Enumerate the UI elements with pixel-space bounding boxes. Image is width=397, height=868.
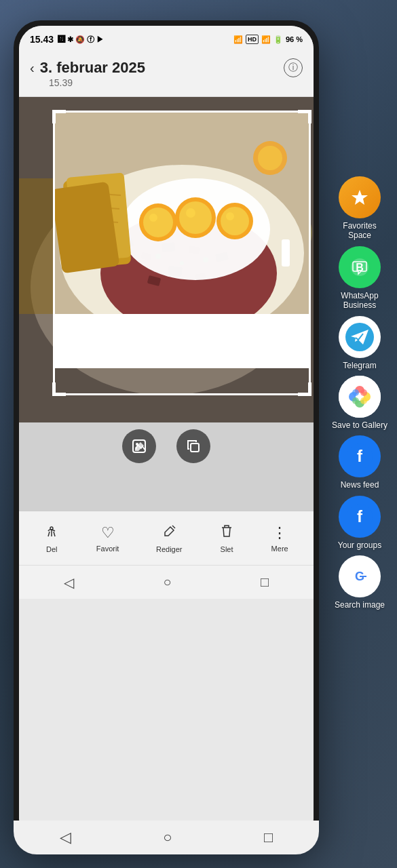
del-label: Del xyxy=(46,545,58,553)
info-button[interactable]: ⓘ xyxy=(284,58,303,77)
copy-button[interactable] xyxy=(176,429,210,463)
app-telegram[interactable]: Telegram xyxy=(339,316,381,370)
svg-text:f: f xyxy=(357,507,363,526)
svg-point-20 xyxy=(143,208,173,237)
news-feed-icon: f xyxy=(339,435,381,477)
selection-bottom-white xyxy=(53,314,311,368)
signal-icon: 📶 xyxy=(261,35,271,44)
app-whatsapp-business[interactable]: B WhatsApp Business xyxy=(331,246,389,311)
rediger-icon xyxy=(162,524,176,542)
toolbar-favorit[interactable]: ♡ Favorit xyxy=(96,524,119,553)
resize-handle-right[interactable] xyxy=(282,239,290,267)
header-time: 15.39 xyxy=(30,77,303,88)
favorit-label: Favorit xyxy=(96,545,119,553)
status-bar: 15.43 🅽 ✱ 🔕 ⓕ ▶ 📶 HD 📶 🔋 96 % xyxy=(19,26,314,53)
search-image-icon: G xyxy=(339,555,381,597)
app-save-gallery[interactable]: Save to Gallery xyxy=(332,376,387,430)
save-gallery-icon xyxy=(339,376,381,418)
battery-icon: 🔋 xyxy=(273,35,283,44)
telegram-label: Telegram xyxy=(343,361,376,370)
news-feed-label: News feed xyxy=(341,480,379,490)
nav-home-inner[interactable]: ○ xyxy=(163,574,171,590)
svg-point-35 xyxy=(258,146,282,170)
app-your-groups[interactable]: f Your groups xyxy=(338,496,381,550)
battery-percent: 96 % xyxy=(286,35,303,43)
inner-nav-bar: ◁ ○ □ xyxy=(19,565,314,599)
search-image-label: Search image xyxy=(335,600,385,610)
wifi-icon: 📶 xyxy=(233,35,243,44)
header: ‹ 3. februar 2025 ⓘ 15.39 xyxy=(19,53,314,97)
svg-point-24 xyxy=(186,208,195,218)
bottom-toolbar: Del ♡ Favorit Rediger xyxy=(19,511,314,565)
app-search-image[interactable]: G Search image xyxy=(335,555,385,610)
svg-point-54 xyxy=(360,397,367,404)
slet-icon xyxy=(219,524,234,542)
toolbar-slet[interactable]: Slet xyxy=(219,524,234,553)
svg-point-56 xyxy=(352,389,359,396)
toolbar-del[interactable]: Del xyxy=(44,524,59,553)
your-groups-icon: f xyxy=(339,496,381,538)
mere-icon: ⋮ xyxy=(272,524,287,542)
hd-badge: HD xyxy=(246,35,259,44)
phone-frame: 15.43 🅽 ✱ 🔕 ⓕ ▶ 📶 HD 📶 🔋 96 % ‹ 3. febru… xyxy=(14,20,319,848)
phone-screen: 15.43 🅽 ✱ 🔕 ⓕ ▶ 📶 HD 📶 🔋 96 % ‹ 3. febru… xyxy=(19,26,314,842)
action-buttons-row xyxy=(19,422,314,470)
svg-point-23 xyxy=(179,201,212,234)
svg-point-26 xyxy=(221,207,249,235)
status-right-icons: 📶 HD 📶 🔋 96 % xyxy=(233,35,303,44)
svg-point-55 xyxy=(352,397,359,404)
app-news-feed[interactable]: f News feed xyxy=(339,435,381,490)
svg-point-27 xyxy=(226,212,234,220)
svg-point-21 xyxy=(149,214,157,222)
your-groups-label: Your groups xyxy=(338,540,381,550)
content-area xyxy=(19,97,314,422)
nav-back-button[interactable]: ◁ xyxy=(60,829,71,846)
svg-marker-41 xyxy=(352,190,368,205)
slet-label: Slet xyxy=(221,545,233,553)
status-time: 15.43 🅽 ✱ 🔕 ⓕ ▶ xyxy=(30,34,104,45)
food-image xyxy=(53,111,311,341)
back-button[interactable]: ‹ xyxy=(30,60,35,76)
save-gallery-label: Save to Gallery xyxy=(332,420,387,430)
toolbar-mere[interactable]: ⋮ Mere xyxy=(271,524,288,553)
app-favorites-space[interactable]: Favorites Space xyxy=(331,176,389,241)
svg-point-53 xyxy=(360,389,367,396)
whatsapp-business-icon: B xyxy=(339,246,381,288)
nav-home-button[interactable]: ○ xyxy=(163,829,172,846)
nav-back-inner[interactable]: ◁ xyxy=(64,574,74,591)
del-icon xyxy=(44,524,59,542)
app-sidebar: Favorites Space B WhatsApp Business xyxy=(322,0,397,868)
svg-rect-39 xyxy=(191,443,199,452)
favorites-space-icon xyxy=(339,176,381,218)
header-date: 3. februar 2025 xyxy=(40,59,145,77)
mere-label: Mere xyxy=(271,545,288,553)
bottom-nav-bar: ◁ ○ □ xyxy=(14,821,319,854)
nav-recent-button[interactable]: □ xyxy=(264,829,273,846)
rediger-label: Rediger xyxy=(156,545,183,553)
telegram-icon xyxy=(339,316,381,358)
edit-button[interactable] xyxy=(122,429,156,463)
toolbar-rediger[interactable]: Rediger xyxy=(156,524,183,553)
spacer xyxy=(19,470,314,511)
favorit-icon: ♡ xyxy=(101,524,115,542)
favorites-space-label: Favorites Space xyxy=(331,221,389,241)
svg-text:f: f xyxy=(357,447,363,465)
nav-recent-inner[interactable]: □ xyxy=(261,574,269,590)
svg-rect-33 xyxy=(53,182,119,274)
whatsapp-business-label: WhatsApp Business xyxy=(331,291,389,311)
